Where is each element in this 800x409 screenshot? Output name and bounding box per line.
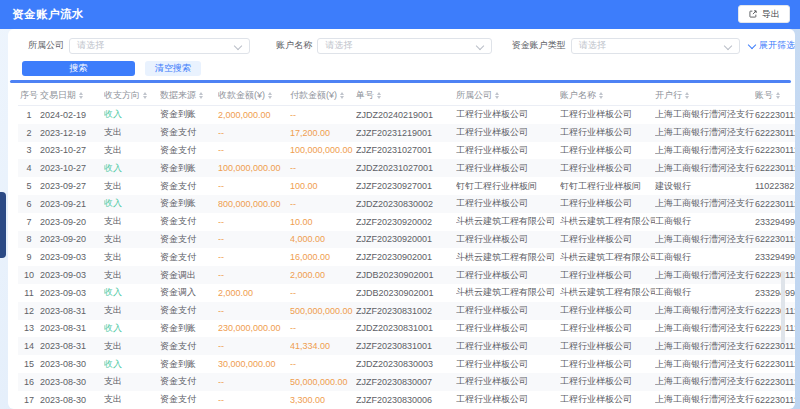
cell-date: 2023-10-27 [40,163,104,173]
column-header-doc_no[interactable]: 单号 [356,89,456,102]
cell-income: -- [218,270,290,280]
export-icon [748,9,758,19]
table-row[interactable]: 62023-09-21收入资金到账800,000,000.00--ZJDZ202… [18,195,795,213]
side-widget-handle[interactable] [0,192,6,258]
cell-source: 资金调入 [160,286,218,299]
sort-carets-icon[interactable] [79,92,83,99]
column-header-label: 付款金额(¥) [290,89,337,102]
sort-carets-icon[interactable] [340,92,344,99]
cell-seq: 11 [18,288,40,298]
cell-source: 资金支付 [160,393,218,406]
column-header-bank[interactable]: 开户行 [655,89,755,102]
cell-direction: 收入 [104,286,160,299]
cell-account_no: 622230111 [755,395,795,405]
cell-date: 2023-08-30 [40,395,104,405]
table-header-row: 序号交易日期收支方向数据来源收款金额(¥)付款金额(¥)单号所属公司账户名称开户… [18,85,795,106]
table-row[interactable]: 12024-02-19收入资金到账2,000,000.00--ZJDZ20240… [18,106,795,124]
cell-bank: 上海工商银行漕河泾支行 [655,126,755,139]
cell-doc_no: ZJZF20230830006 [356,395,456,405]
cell-seq: 16 [18,377,40,387]
cell-direction: 收入 [104,358,160,371]
cell-payment: -- [290,199,356,209]
clear-search-button[interactable]: 清空搜索 [145,61,201,76]
cell-doc_no: ZJZF20230920002 [356,217,456,227]
cell-income: -- [218,234,290,244]
cell-date: 2023-08-31 [40,341,104,351]
cell-income: -- [218,377,290,387]
cell-income: 230,000,000.00 [218,323,290,333]
company-filter-select[interactable]: 请选择 [69,38,250,54]
cell-seq: 4 [18,163,40,173]
cell-date: 2023-08-31 [40,323,104,333]
column-header-date[interactable]: 交易日期 [40,89,104,102]
table-row[interactable]: 22023-12-19支出资金支付--17,200.00ZJZF20231219… [18,124,795,142]
column-header-income[interactable]: 收款金额(¥) [218,89,290,102]
column-header-label: 序号 [20,89,38,102]
column-header-payment[interactable]: 付款金额(¥) [290,89,356,102]
cell-date: 2023-08-31 [40,306,104,316]
cell-income: -- [218,217,290,227]
cell-income: -- [218,252,290,262]
cell-account_name: 工程行业样板公司 [560,233,655,246]
column-header-label: 单号 [356,89,374,102]
table-row[interactable]: 172023-08-30支出资金支付--3,300.00ZJZF20230830… [18,391,795,409]
sort-carets-icon[interactable] [268,92,272,99]
cell-income: -- [218,341,290,351]
cell-payment: -- [290,110,356,120]
cell-doc_no: ZJDB20230902001 [356,270,456,280]
cell-account_no: 622230111 [755,323,795,333]
cell-account_name: 工程行业样板公司 [560,108,655,121]
column-header-label: 开户行 [655,89,682,102]
page-title: 资金账户流水 [12,7,84,22]
table-row[interactable]: 102023-09-03支出资金调出--2,000.00ZJDB20230902… [18,266,795,284]
table-row[interactable]: 112023-09-03收入资金调入2,000.00--ZJDB20230902… [18,284,795,302]
sort-carets-icon[interactable] [599,92,603,99]
cell-seq: 6 [18,199,40,209]
table-row[interactable]: 162023-08-30支出资金支付--50,000,000.00ZJZF202… [18,373,795,391]
column-header-source[interactable]: 数据来源 [160,89,218,102]
cell-income: -- [218,181,290,191]
sort-carets-icon[interactable] [685,92,689,99]
cell-doc_no: ZJDZ20230830003 [356,359,456,369]
table-row[interactable]: 152023-08-30收入资金到账30,000,000.00--ZJDZ202… [18,355,795,373]
export-button[interactable]: 导出 [738,5,790,23]
sort-carets-icon[interactable] [776,92,780,99]
table-row[interactable]: 92023-09-03支出资金支付--16,000.00ZJZF20230902… [18,248,795,266]
table-row[interactable]: 72023-09-20支出资金支付--10.00ZJZF20230920002斗… [18,213,795,231]
sort-carets-icon[interactable] [495,92,499,99]
cell-bank: 建设银行 [655,180,755,193]
table-row[interactable]: 142023-08-31支出资金支付--41,334.00ZJZF2023083… [18,337,795,355]
sort-carets-icon[interactable] [143,92,147,99]
cell-company: 工程行业样板公司 [456,269,560,282]
cell-date: 2023-08-30 [40,377,104,387]
cell-account_name: 斗栱云建筑工程有限公司 [560,286,655,299]
column-header-account_no[interactable]: 账号 [755,89,795,102]
column-header-company[interactable]: 所属公司 [456,89,560,102]
table-row[interactable]: 32023-10-27支出资金支付--100,000,000.00ZJZF202… [18,142,795,160]
table-row[interactable]: 122023-08-31支出资金支付--500,000,000.00ZJZF20… [18,302,795,320]
fund-type-filter-select[interactable]: 请选择 [571,38,740,54]
cell-account_name: 工程行业样板公司 [560,304,655,317]
sort-carets-icon[interactable] [199,92,203,99]
table-row[interactable]: 52023-09-27支出资金支付--100.00ZJZF20230927001… [18,177,795,195]
cell-bank: 上海工商银行漕河泾支行 [655,144,755,157]
cell-account_no: 622230111 [755,341,795,351]
cell-company: 斗栱云建筑工程有限公司 [456,215,560,228]
search-button[interactable]: 搜索 [22,61,135,76]
cell-seq: 8 [18,234,40,244]
column-header-direction[interactable]: 收支方向 [104,89,160,102]
sort-carets-icon[interactable] [377,92,381,99]
vertical-scrollbar-thumb[interactable] [781,271,785,343]
cell-seq: 10 [18,270,40,280]
cell-seq: 7 [18,217,40,227]
table-row[interactable]: 132023-08-31收入资金到账230,000,000.00--ZJDZ20… [18,320,795,338]
cell-source: 资金支付 [160,180,218,193]
cell-company: 工程行业样板公司 [456,393,560,406]
cell-seq: 12 [18,306,40,316]
account-filter-select[interactable]: 请选择 [317,38,491,54]
table-row[interactable]: 82023-09-20支出资金支付--4,000.00ZJZF202309200… [18,231,795,249]
expand-filters-link[interactable]: 展开筛选 [749,39,795,52]
cell-source: 资金支付 [160,233,218,246]
column-header-account_name[interactable]: 账户名称 [560,89,655,102]
table-row[interactable]: 42023-10-27收入资金到账100,000,000.00--ZJDZ202… [18,159,795,177]
